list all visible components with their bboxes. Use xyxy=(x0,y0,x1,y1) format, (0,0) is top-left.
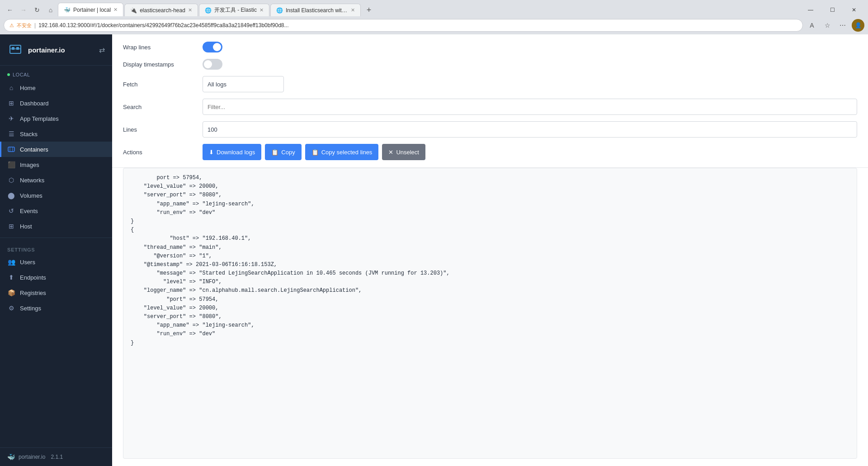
sidebar-item-images[interactable]: ⬛ Images xyxy=(0,157,112,172)
containers-icon xyxy=(7,145,15,153)
copy-button[interactable]: 📋 Copy xyxy=(265,144,301,160)
wrap-lines-label: Wrap lines xyxy=(123,44,195,51)
copy-selected-icon: 📋 xyxy=(311,149,319,156)
copy-label: Copy xyxy=(281,149,295,156)
tab-portainer-title: Portainer | local xyxy=(73,7,111,13)
browser-menu-icon[interactable]: ⋯ xyxy=(836,19,849,32)
search-label: Search xyxy=(123,104,195,110)
sidebar-bottom: 🐳 portainer.io 2.1.1 xyxy=(0,447,112,466)
tab-elasticsearch-title: elasticsearch-head xyxy=(140,7,185,14)
sidebar-logo-text: portainer.io xyxy=(28,46,65,54)
sidebar-item-registries[interactable]: 📦 Registries xyxy=(0,285,112,300)
sidebar-item-stacks-label: Stacks xyxy=(20,131,38,138)
browser-nav-home[interactable]: ⌂ xyxy=(44,4,57,16)
window-minimize[interactable]: — xyxy=(800,4,821,16)
sidebar-item-home[interactable]: ⌂ Home xyxy=(0,80,112,95)
fetch-select[interactable]: All logs Last 100 Last 500 Last 1000 xyxy=(203,76,284,92)
sidebar-item-images-label: Images xyxy=(20,162,39,168)
actions-row: Actions ⬇ Download logs 📋 Copy 📋 Copy se… xyxy=(123,144,857,160)
tab-install-title: Install Elasticsearch with Docker xyxy=(286,7,348,14)
svg-rect-3 xyxy=(8,147,14,152)
sidebar-item-events-label: Events xyxy=(20,208,38,214)
sidebar-item-users-label: Users xyxy=(20,259,35,266)
sidebar-item-settings[interactable]: ⚙ Settings xyxy=(0,300,112,316)
sidebar-item-registries-label: Registries xyxy=(20,290,46,296)
tab-devtools-close[interactable]: ✕ xyxy=(259,7,264,13)
download-logs-label: Download logs xyxy=(217,149,255,156)
browser-nav-forward[interactable]: → xyxy=(17,4,30,16)
sidebar-logo: portainer.io ⇄ xyxy=(0,34,112,66)
download-logs-button[interactable]: ⬇ Download logs xyxy=(203,144,261,160)
display-timestamps-label: Display timestamps xyxy=(123,61,195,68)
portainer-footer-icon: 🐳 xyxy=(7,453,15,461)
sidebar: portainer.io ⇄ LOCAL ⌂ Home ⊞ Dashboard … xyxy=(0,34,112,466)
users-icon: 👥 xyxy=(7,258,15,266)
svg-rect-2 xyxy=(16,47,19,50)
bookmark-icon[interactable]: ☆ xyxy=(821,19,834,32)
translate-icon[interactable]: A xyxy=(806,19,818,32)
log-content[interactable]: port => 57954, "level_value" => 20000, "… xyxy=(123,168,857,458)
window-close[interactable]: ✕ xyxy=(844,4,864,16)
sidebar-item-networks[interactable]: ⬡ Networks xyxy=(0,172,112,188)
settings-icon: ⚙ xyxy=(7,304,15,312)
stacks-icon: ☰ xyxy=(7,130,15,138)
sidebar-transfer-icon[interactable]: ⇄ xyxy=(99,46,105,54)
main-content: Wrap lines Display timestamps xyxy=(112,34,868,466)
sidebar-item-dashboard[interactable]: ⊞ Dashboard xyxy=(0,95,112,111)
new-tab-button[interactable]: + xyxy=(363,4,375,16)
tab-install-icon: 🌐 xyxy=(276,7,283,14)
dashboard-icon: ⊞ xyxy=(7,99,15,107)
security-warning-text: 不安全 xyxy=(17,22,32,29)
unselect-button[interactable]: ✕ Unselect xyxy=(382,144,425,160)
download-icon: ⬇ xyxy=(209,149,214,156)
tab-portainer-close[interactable]: ✕ xyxy=(113,7,118,13)
sidebar-item-host[interactable]: ⊞ Host xyxy=(0,219,112,234)
fetch-label: Fetch xyxy=(123,81,195,88)
sidebar-settings-section: SETTINGS 👥 Users ⬆ Endpoints 📦 Registrie… xyxy=(0,238,112,319)
sidebar-item-host-label: Host xyxy=(20,223,32,230)
sidebar-item-volumes[interactable]: ⬤ Volumes xyxy=(0,188,112,203)
sidebar-item-app-templates[interactable]: ✈ App Templates xyxy=(0,111,112,126)
tab-devtools-title: 开发工具 - Elastic xyxy=(214,6,257,14)
controls-panel: Wrap lines Display timestamps xyxy=(112,34,868,168)
lines-input[interactable] xyxy=(203,121,857,138)
sidebar-item-endpoints-label: Endpoints xyxy=(20,274,46,281)
copy-icon: 📋 xyxy=(271,149,278,156)
lines-row: Lines xyxy=(123,121,857,138)
tab-portainer[interactable]: 🐳 Portainer | local ✕ xyxy=(58,3,123,16)
wrap-lines-toggle[interactable] xyxy=(203,42,222,52)
window-maximize[interactable]: ☐ xyxy=(822,4,843,16)
svg-rect-1 xyxy=(12,47,14,50)
networks-icon: ⬡ xyxy=(7,176,15,184)
display-timestamps-toggle[interactable] xyxy=(203,59,222,70)
app-templates-icon: ✈ xyxy=(7,114,15,123)
sidebar-env-indicator: LOCAL xyxy=(0,69,112,80)
copy-selected-button[interactable]: 📋 Copy selected lines xyxy=(305,144,379,160)
portainer-logo-icon xyxy=(7,42,24,58)
tab-devtools[interactable]: 🌐 开发工具 - Elastic ✕ xyxy=(199,4,269,16)
user-avatar[interactable]: 👤 xyxy=(852,19,864,32)
tab-install[interactable]: 🌐 Install Elasticsearch with Docker ✕ xyxy=(270,4,361,16)
tab-install-close[interactable]: ✕ xyxy=(351,7,355,13)
search-input[interactable] xyxy=(203,99,857,115)
events-icon: ↺ xyxy=(7,207,15,215)
copy-selected-label: Copy selected lines xyxy=(321,149,373,156)
tab-elasticsearch-close[interactable]: ✕ xyxy=(188,7,192,13)
sidebar-item-containers[interactable]: Containers xyxy=(0,142,112,157)
address-bar[interactable]: ⚠ 不安全 | 192.168.40.132:9000/#!/1/docker/… xyxy=(4,19,803,32)
unselect-icon: ✕ xyxy=(388,149,393,156)
browser-nav-back[interactable]: ← xyxy=(4,4,16,16)
action-buttons: ⬇ Download logs 📋 Copy 📋 Copy selected l… xyxy=(203,144,425,160)
browser-nav-refresh[interactable]: ↻ xyxy=(31,4,43,16)
address-separator: | xyxy=(34,22,36,29)
sidebar-item-stacks[interactable]: ☰ Stacks xyxy=(0,126,112,142)
sidebar-item-users[interactable]: 👥 Users xyxy=(0,254,112,270)
sidebar-env-section: LOCAL ⌂ Home ⊞ Dashboard ✈ App Templates… xyxy=(0,66,112,238)
display-timestamps-row: Display timestamps xyxy=(123,59,857,70)
registries-icon: 📦 xyxy=(7,289,15,297)
sidebar-item-events[interactable]: ↺ Events xyxy=(0,203,112,219)
endpoints-icon: ⬆ xyxy=(7,273,15,281)
tab-elasticsearch[interactable]: 🔌 elasticsearch-head ✕ xyxy=(124,4,198,16)
sidebar-item-endpoints[interactable]: ⬆ Endpoints xyxy=(0,270,112,285)
sidebar-item-dashboard-label: Dashboard xyxy=(20,100,49,107)
